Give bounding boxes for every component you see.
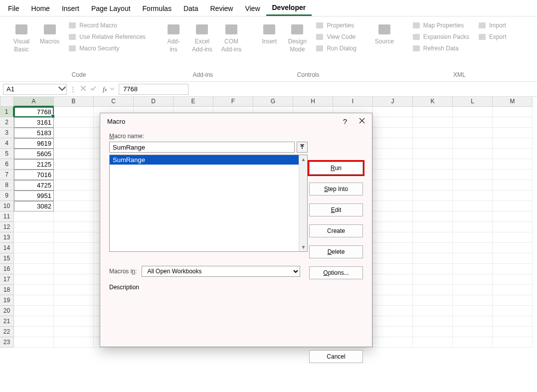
cell[interactable] — [413, 285, 453, 295]
scrollbar[interactable]: ▲ ▼ — [299, 155, 307, 251]
tab-formulas[interactable]: Formulas — [137, 1, 178, 15]
cell[interactable] — [453, 159, 493, 170]
run-dialog-button[interactable]: Run Dialog — [314, 43, 358, 53]
macro-name-input[interactable] — [109, 142, 295, 153]
cell[interactable] — [373, 295, 413, 306]
cell[interactable]: 5183 — [14, 128, 54, 138]
cell[interactable] — [493, 264, 533, 274]
row-header[interactable]: 16 — [0, 264, 14, 274]
row-header[interactable]: 7 — [0, 170, 14, 180]
cell[interactable] — [373, 327, 413, 337]
run-button[interactable]: Run — [309, 162, 363, 175]
cell[interactable]: 9951 — [14, 191, 54, 201]
name-box-input[interactable] — [3, 84, 58, 94]
row-header[interactable]: 5 — [0, 149, 14, 159]
cell[interactable] — [493, 117, 533, 128]
macros-button[interactable]: Macros — [38, 20, 61, 54]
cell[interactable] — [373, 201, 413, 211]
fx-dropdown-icon[interactable] — [110, 85, 115, 93]
fx-label[interactable]: fx — [103, 85, 107, 93]
cell[interactable] — [14, 253, 54, 264]
cell[interactable] — [373, 306, 413, 316]
cell[interactable] — [413, 191, 453, 201]
cell[interactable] — [453, 191, 493, 201]
tab-developer[interactable]: Developer — [266, 0, 312, 16]
cell[interactable] — [54, 138, 94, 149]
cell[interactable] — [54, 191, 94, 201]
cell[interactable] — [413, 337, 453, 348]
tab-page-layout[interactable]: Page Layout — [85, 1, 137, 15]
cell[interactable]: 9619 — [14, 138, 54, 149]
com-addins-button[interactable]: COMAdd-ins — [219, 20, 244, 54]
cell[interactable] — [493, 316, 533, 327]
row-header[interactable]: 15 — [0, 253, 14, 264]
macro-name-go-button[interactable] — [297, 142, 308, 153]
column-header[interactable]: E — [174, 97, 213, 107]
cell[interactable] — [54, 295, 94, 306]
cell[interactable] — [54, 337, 94, 348]
cell[interactable] — [373, 211, 413, 222]
cell[interactable] — [453, 180, 493, 191]
cell[interactable] — [373, 285, 413, 295]
cell[interactable] — [493, 274, 533, 285]
close-icon[interactable] — [359, 118, 365, 125]
cell[interactable] — [373, 128, 413, 138]
step-into-button[interactable]: Step Into — [309, 183, 363, 196]
cancel-icon[interactable] — [80, 85, 87, 93]
cell[interactable] — [493, 159, 533, 170]
macros-in-select[interactable]: All Open Workbooks — [142, 266, 300, 277]
row-header[interactable]: 2 — [0, 117, 14, 128]
row-header[interactable]: 22 — [0, 327, 14, 337]
column-header[interactable]: M — [493, 97, 533, 107]
row-header[interactable]: 4 — [0, 138, 14, 149]
export-button[interactable]: Export — [476, 32, 509, 42]
cell[interactable] — [413, 253, 453, 264]
cell[interactable] — [54, 243, 94, 253]
cell[interactable] — [413, 264, 453, 274]
cell[interactable] — [453, 285, 493, 295]
row-header[interactable]: 23 — [0, 337, 14, 348]
source-button[interactable]: Source — [373, 20, 396, 54]
tab-review[interactable]: Review — [204, 1, 239, 15]
cell[interactable] — [453, 201, 493, 211]
cell[interactable] — [413, 170, 453, 180]
refresh-data-button[interactable]: Refresh Data — [410, 43, 471, 53]
macro-security-button[interactable]: Macro Security — [66, 43, 148, 53]
row-header[interactable]: 11 — [0, 211, 14, 222]
scroll-up-icon[interactable]: ▲ — [299, 155, 308, 164]
cell[interactable] — [493, 222, 533, 232]
column-header[interactable]: B — [54, 97, 94, 107]
import-button[interactable]: Import — [476, 20, 509, 30]
cell[interactable] — [453, 222, 493, 232]
excel-addins-button[interactable]: ExcelAdd-ins — [190, 20, 214, 54]
cell[interactable] — [453, 327, 493, 337]
properties-button[interactable]: Properties — [314, 20, 358, 30]
column-header[interactable]: C — [94, 97, 134, 107]
cell[interactable] — [373, 222, 413, 232]
formula-input[interactable] — [119, 84, 188, 95]
cell[interactable] — [54, 264, 94, 274]
cell[interactable] — [54, 107, 94, 117]
tab-home[interactable]: Home — [25, 1, 56, 15]
cell[interactable] — [373, 253, 413, 264]
cell[interactable] — [373, 107, 413, 117]
cell[interactable] — [413, 316, 453, 327]
cell[interactable] — [373, 191, 413, 201]
design-mode-button[interactable]: DesignMode — [286, 20, 309, 54]
record-macro-button[interactable]: Record Macro — [66, 20, 148, 30]
cell[interactable] — [453, 138, 493, 149]
cell[interactable] — [413, 232, 453, 243]
cell[interactable] — [493, 138, 533, 149]
row-header[interactable]: 20 — [0, 306, 14, 316]
cell[interactable] — [14, 232, 54, 243]
row-header[interactable]: 14 — [0, 243, 14, 253]
cell[interactable] — [373, 159, 413, 170]
row-header[interactable]: 8 — [0, 180, 14, 191]
row-header[interactable]: 9 — [0, 191, 14, 201]
name-box-dropdown-icon[interactable] — [58, 84, 66, 94]
cell[interactable] — [54, 117, 94, 128]
column-header[interactable]: D — [134, 97, 174, 107]
cell[interactable] — [54, 149, 94, 159]
cell[interactable] — [453, 107, 493, 117]
cell[interactable] — [453, 128, 493, 138]
